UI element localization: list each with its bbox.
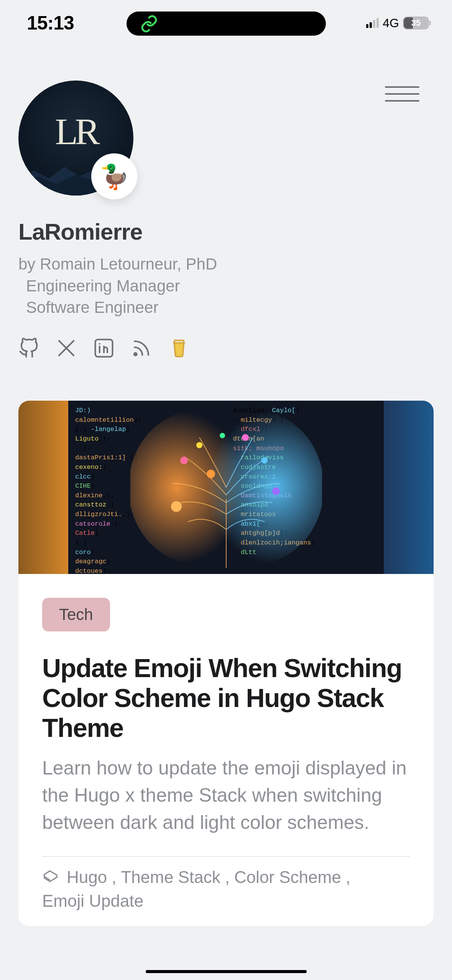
tag-link[interactable]: Hugo <box>67 868 107 887</box>
tag-separator: , <box>112 868 116 887</box>
status-right: 4G 35 <box>366 16 429 30</box>
avatar-badge: 🦆 <box>91 153 137 199</box>
post-excerpt: Learn how to update the emoji displayed … <box>42 755 410 836</box>
dynamic-island[interactable] <box>127 12 326 36</box>
network-label: 4G <box>383 16 399 30</box>
tags-icon <box>42 869 59 886</box>
battery-level: 35 <box>411 18 421 28</box>
link-icon <box>140 15 158 33</box>
tag-link[interactable]: Color Scheme <box>234 868 341 887</box>
avatar[interactable]: LR 🦆 <box>18 81 133 196</box>
home-indicator[interactable] <box>146 970 307 973</box>
site-title[interactable]: LaRomierre <box>18 219 434 245</box>
coffee-icon[interactable] <box>169 338 189 358</box>
social-links <box>18 338 434 358</box>
divider <box>42 856 410 857</box>
tag-link[interactable]: Theme Stack <box>121 868 220 887</box>
site-header: LR 🦆 LaRomierre by Romain Letourneur, Ph… <box>0 42 452 374</box>
post-card[interactable]: JD:) calomntetillion); [.] -langelap} Li… <box>18 401 434 926</box>
svg-point-1 <box>134 353 137 355</box>
category-chip[interactable]: Tech <box>42 598 110 631</box>
linkedin-icon[interactable] <box>94 338 114 358</box>
tag-separator: , <box>225 868 230 887</box>
status-time: 15:13 <box>27 12 74 34</box>
signal-icon <box>366 18 379 28</box>
post-cover-image: JD:) calomntetillion); [.] -langelap} Li… <box>18 401 434 574</box>
post-title[interactable]: Update Emoji When Switching Color Scheme… <box>42 653 410 743</box>
byline-role-2: Software Engineer <box>18 297 434 319</box>
site-byline: by Romain Letourneur, PhD Engineering Ma… <box>18 253 434 319</box>
post-body: Tech Update Emoji When Switching Color S… <box>18 574 434 926</box>
tag-link[interactable]: Emoji Update <box>42 891 143 911</box>
menu-button[interactable] <box>385 82 419 105</box>
battery-icon: 35 <box>403 16 429 30</box>
status-bar: 15:13 4G 35 <box>0 0 452 42</box>
byline-author: by Romain Letourneur, PhD <box>18 253 434 275</box>
rss-icon[interactable] <box>131 338 152 358</box>
avatar-initials: LR <box>55 110 97 153</box>
post-tags: Hugo , Theme Stack , Color Scheme , Emoj… <box>42 868 410 911</box>
tag-separator: , <box>346 868 350 887</box>
x-icon[interactable] <box>56 338 77 358</box>
github-icon[interactable] <box>18 338 39 358</box>
byline-role-1: Engineering Manager <box>18 275 434 297</box>
